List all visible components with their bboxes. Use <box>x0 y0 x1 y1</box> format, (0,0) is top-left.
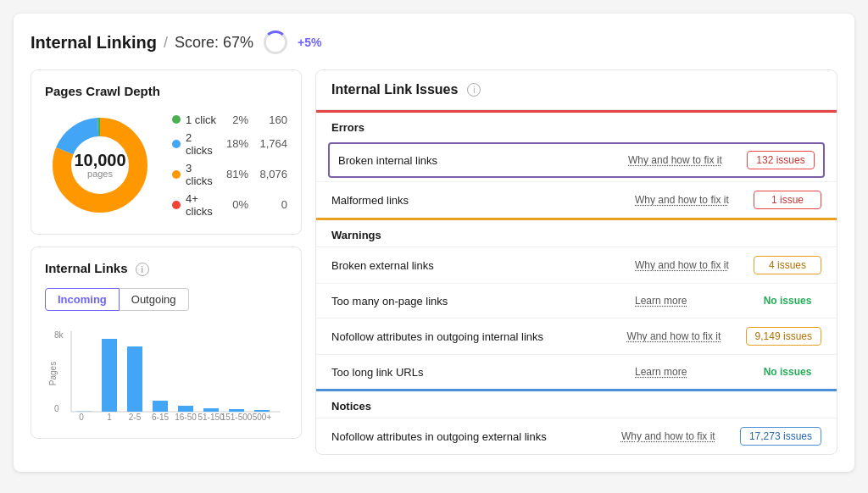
svg-text:Pages: Pages <box>48 362 58 385</box>
legend-dot <box>172 201 181 209</box>
nofollow-outgoing-badge: 9,149 issues <box>746 327 821 346</box>
malformed-links-link[interactable]: Why and how to fix it <box>635 194 745 206</box>
svg-text:Links: Links <box>164 424 184 424</box>
too-many-links-row[interactable]: Too many on-page links Learn more No iss… <box>316 283 837 318</box>
svg-text:1: 1 <box>107 413 112 422</box>
legend-pct: 81% <box>223 168 248 180</box>
donut-chart: 10,000 pages <box>45 110 155 220</box>
nofollow-external-row[interactable]: Nofollow attributes in outgoing external… <box>316 418 837 454</box>
malformed-links-row[interactable]: Malformed links Why and how to fix it 1 … <box>316 181 837 218</box>
legend-count: 160 <box>253 114 287 126</box>
notices-label: Notices <box>316 391 837 418</box>
legend-pct: 0% <box>223 198 248 211</box>
svg-rect-8 <box>76 411 92 412</box>
svg-rect-9 <box>102 339 117 412</box>
too-long-urls-row[interactable]: Too long link URLs Learn more No issues <box>316 354 837 389</box>
svg-rect-15 <box>254 410 270 412</box>
legend-pct: 18% <box>223 137 248 150</box>
donut-label: pages <box>74 169 125 179</box>
internal-links-title: Internal Links i <box>45 261 287 276</box>
score-label: Score: 67% <box>175 34 253 52</box>
legend-count: 8,076 <box>253 168 287 180</box>
legend-label: 4+ clicks <box>186 192 218 218</box>
crawl-depth-title: Pages Crawl Depth <box>45 84 287 98</box>
legend-label: 3 clicks <box>186 162 218 187</box>
broken-external-links-name: Broken external links <box>331 259 626 272</box>
malformed-links-name: Malformed links <box>331 194 626 207</box>
legend-dot <box>172 115 181 124</box>
issues-info-icon: i <box>467 83 481 97</box>
nofollow-outgoing-name: Nofollow attributes in outgoing internal… <box>331 330 619 343</box>
legend-item: 2 clicks 18% 1,764 <box>172 131 287 157</box>
broken-external-links-badge: 4 issues <box>754 256 821 274</box>
svg-text:16-50: 16-50 <box>175 413 197 422</box>
nofollow-external-name: Nofollow attributes in outgoing external… <box>331 430 613 443</box>
legend-item: 4+ clicks 0% 0 <box>172 192 287 218</box>
score-circle-icon <box>264 30 287 54</box>
svg-rect-14 <box>229 409 244 412</box>
internal-links-card: Internal Links i Incoming Outgoing 8k 0 <box>31 246 302 439</box>
donut-section: 10,000 pages 1 click 2% 160 2 clicks 18%… <box>45 110 287 220</box>
info-icon: i <box>136 263 149 276</box>
broken-internal-links-badge: 132 issues <box>747 151 815 169</box>
donut-center: 10,000 pages <box>74 152 125 179</box>
broken-external-links-link[interactable]: Why and how to fix it <box>635 259 745 271</box>
donut-legend: 1 click 2% 160 2 clicks 18% 1,764 3 clic… <box>172 114 287 218</box>
tab-incoming[interactable]: Incoming <box>45 288 120 311</box>
svg-text:8k: 8k <box>54 330 64 340</box>
tab-outgoing[interactable]: Outgoing <box>120 288 189 311</box>
legend-label: 2 clicks <box>186 131 218 157</box>
svg-text:2-5: 2-5 <box>129 413 142 422</box>
too-many-links-badge: No issues <box>754 292 821 309</box>
too-many-links-link[interactable]: Learn more <box>635 295 745 307</box>
svg-text:500+: 500+ <box>253 413 272 422</box>
crawl-depth-card: Pages Crawl Depth <box>31 69 302 235</box>
legend-count: 0 <box>253 198 287 211</box>
too-long-urls-badge: No issues <box>754 363 821 380</box>
legend-count: 1,764 <box>253 137 287 150</box>
svg-text:6-15: 6-15 <box>152 413 169 422</box>
malformed-links-badge: 1 issue <box>754 191 821 209</box>
too-long-urls-name: Too long link URLs <box>331 366 626 379</box>
svg-rect-13 <box>203 408 219 412</box>
too-long-urls-link[interactable]: Learn more <box>635 366 745 378</box>
svg-rect-11 <box>153 401 168 412</box>
svg-text:0: 0 <box>79 413 84 422</box>
donut-total: 10,000 <box>74 152 125 169</box>
bar-chart-svg: 8k 0 <box>45 323 287 424</box>
page-title: Internal Linking <box>31 33 157 53</box>
legend-item: 3 clicks 81% 8,076 <box>172 162 287 187</box>
broken-internal-links-link[interactable]: Why and how to fix it <box>628 154 738 166</box>
broken-internal-links-row[interactable]: Broken internal links Why and how to fix… <box>328 142 825 178</box>
legend-item: 1 click 2% 160 <box>172 114 287 126</box>
broken-internal-links-name: Broken internal links <box>338 154 620 167</box>
nofollow-outgoing-row[interactable]: Nofollow attributes in outgoing internal… <box>316 318 837 354</box>
svg-rect-10 <box>127 346 142 412</box>
separator: / <box>164 34 168 52</box>
tabs: Incoming Outgoing <box>45 288 287 311</box>
issues-card: Internal Link Issues i Errors Broken int… <box>315 69 837 455</box>
issues-header: Internal Link Issues i <box>316 70 837 110</box>
svg-text:0: 0 <box>54 404 59 413</box>
bar-chart: 8k 0 <box>45 323 287 424</box>
too-many-links-name: Too many on-page links <box>331 295 626 307</box>
nofollow-external-badge: 17,273 issues <box>740 427 821 446</box>
issues-title: Internal Link Issues <box>331 82 458 97</box>
legend-dot <box>172 170 181 179</box>
svg-text:151-500: 151-500 <box>221 413 253 422</box>
broken-external-links-row[interactable]: Broken external links Why and how to fix… <box>316 246 837 283</box>
legend-dot <box>172 140 181 148</box>
legend-pct: 2% <box>223 114 248 126</box>
svg-rect-12 <box>178 406 193 412</box>
score-delta: +5% <box>298 36 321 49</box>
nofollow-external-link[interactable]: Why and how to fix it <box>621 430 732 442</box>
errors-label: Errors <box>316 113 837 139</box>
nofollow-outgoing-link[interactable]: Why and how to fix it <box>627 330 737 342</box>
warnings-label: Warnings <box>316 220 837 246</box>
legend-label: 1 click <box>186 114 218 126</box>
issues-panel: Internal Link Issues i Errors Broken int… <box>315 69 837 455</box>
